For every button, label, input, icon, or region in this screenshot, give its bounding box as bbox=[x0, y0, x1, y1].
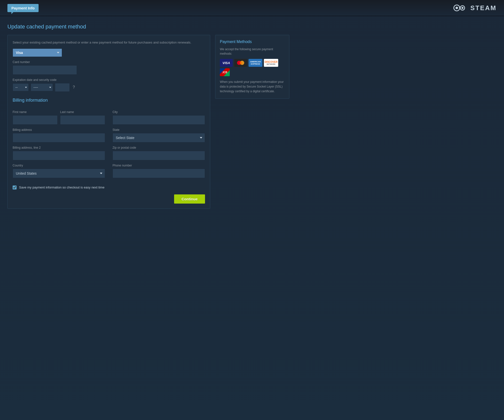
card-section: Card number Expiration date and security… bbox=[13, 60, 205, 92]
right-panel-title: Payment Methods bbox=[220, 40, 285, 44]
billing-address-label: Billing address bbox=[13, 128, 105, 132]
visa-card-icon: VISA bbox=[220, 59, 233, 67]
first-name-group: First name bbox=[13, 107, 58, 125]
zip-label: Zip or postal code bbox=[113, 146, 205, 149]
billing-address2-group: Billing address, line 2 bbox=[13, 142, 105, 160]
save-payment-row: Save my payment information so checkout … bbox=[13, 186, 205, 189]
card-number-input[interactable] bbox=[13, 65, 77, 75]
last-name-input[interactable] bbox=[60, 115, 105, 125]
cvv-input[interactable] bbox=[55, 83, 70, 92]
header: Payment Info STEAM bbox=[0, 0, 504, 16]
expiry-year-select[interactable]: ---- 2024202520262027 202820292030 bbox=[31, 83, 53, 91]
steam-text: STEAM bbox=[470, 4, 497, 12]
steam-logo: STEAM bbox=[453, 3, 497, 13]
save-payment-label: Save my payment information so checkout … bbox=[19, 186, 104, 189]
state-select[interactable]: Select State AlabamaAlaskaArizona Califo… bbox=[113, 133, 205, 142]
mastercard-icon bbox=[234, 59, 247, 67]
amex-card-icon: AMERICANEXPRESS bbox=[249, 59, 262, 67]
country-select[interactable]: United States Canada United Kingdom Aust… bbox=[13, 169, 105, 178]
zip-input[interactable] bbox=[113, 151, 205, 160]
ssl-text: When you submit your payment information… bbox=[220, 80, 285, 94]
billing-address-input[interactable] bbox=[13, 133, 105, 142]
main-content: Update cached payment method Select your… bbox=[0, 16, 297, 216]
steam-logo-icon bbox=[453, 3, 468, 13]
card-number-label: Card number bbox=[13, 60, 205, 64]
city-group: City bbox=[113, 107, 205, 125]
city-input[interactable] bbox=[113, 115, 205, 125]
first-name-label: First name bbox=[13, 110, 58, 114]
save-payment-checkbox[interactable] bbox=[13, 186, 17, 189]
billing-grid: First name Last name City Billing addres… bbox=[13, 107, 205, 178]
country-label: Country bbox=[13, 164, 105, 167]
phone-group: Phone number bbox=[113, 160, 205, 178]
expiry-label: Expiration date and security code bbox=[13, 78, 205, 82]
continue-row: Continue bbox=[13, 194, 205, 204]
payment-method-select[interactable]: Visa MasterCard American Express Discove… bbox=[13, 48, 62, 57]
right-panel: Payment Methods We accept the following … bbox=[215, 35, 289, 99]
accepted-text: We accept the following secure payment m… bbox=[220, 47, 285, 56]
panel-description: Select your existing cached payment meth… bbox=[13, 40, 205, 45]
zip-group: Zip or postal code bbox=[113, 142, 205, 160]
expiry-row: -- 01020304 05060708 09101112 ---- 20242… bbox=[13, 83, 205, 92]
city-label: City bbox=[113, 110, 205, 114]
continue-button[interactable]: Continue bbox=[174, 194, 205, 204]
name-row: First name Last name bbox=[13, 107, 105, 125]
phone-input[interactable] bbox=[113, 169, 205, 178]
billing-address-group: Billing address bbox=[13, 125, 105, 142]
content-layout: Select your existing cached payment meth… bbox=[7, 35, 289, 209]
svg-point-1 bbox=[456, 7, 458, 9]
state-label: State bbox=[113, 128, 205, 132]
svg-point-3 bbox=[461, 7, 463, 9]
last-name-group: Last name bbox=[60, 107, 105, 125]
billing-address2-label: Billing address, line 2 bbox=[13, 146, 105, 149]
left-panel: Select your existing cached payment meth… bbox=[7, 35, 210, 209]
billing-address2-input[interactable] bbox=[13, 151, 105, 160]
card-icons-row: VISA AMERICANEXPRESS DISCOVER NETWORK bbox=[220, 59, 285, 76]
state-group: State Select State AlabamaAlaskaArizona … bbox=[113, 125, 205, 142]
payment-info-badge: Payment Info bbox=[7, 4, 39, 12]
phone-label: Phone number bbox=[113, 164, 205, 167]
cvv-help-icon[interactable]: ? bbox=[73, 85, 75, 90]
discover-card-icon: DISCOVER NETWORK bbox=[264, 59, 278, 67]
page-title: Update cached payment method bbox=[7, 23, 289, 30]
jcb-card-icon: JCB bbox=[220, 68, 230, 76]
expiry-month-select[interactable]: -- 01020304 05060708 09101112 bbox=[13, 83, 29, 91]
expiry-label-row: Expiration date and security code bbox=[13, 78, 205, 82]
country-group: Country United States Canada United King… bbox=[13, 160, 105, 178]
first-name-input[interactable] bbox=[13, 115, 58, 125]
billing-title: Billing information bbox=[13, 98, 205, 103]
last-name-label: Last name bbox=[60, 110, 105, 114]
